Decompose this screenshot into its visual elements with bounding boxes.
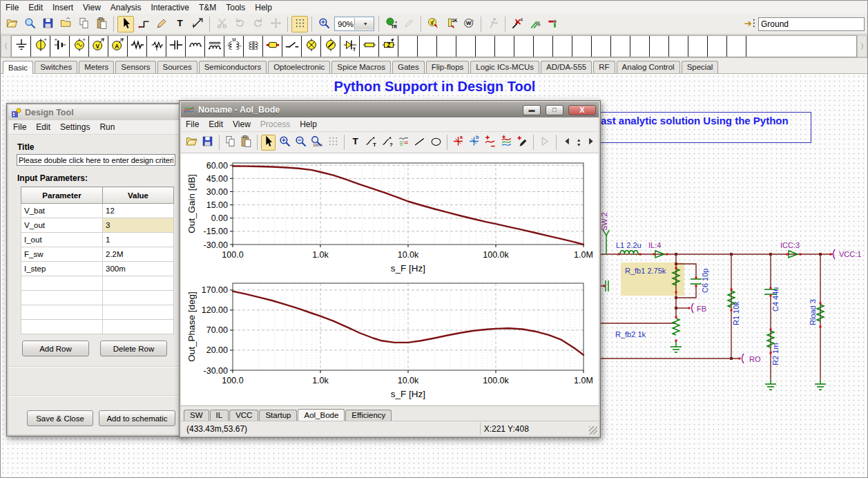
param-cell[interactable]: V_bat	[21, 204, 103, 218]
param-cell[interactable]: I_out	[21, 233, 103, 247]
pen-button[interactable]	[153, 16, 170, 32]
scroll-left-icon[interactable]: 〈	[1, 35, 11, 57]
zoom-out-button[interactable]	[293, 135, 308, 151]
bode-tab-sw[interactable]: SW	[184, 410, 209, 421]
component-capacitor-button[interactable]	[166, 36, 186, 57]
menu-edit[interactable]: Edit	[23, 2, 48, 13]
value-cell[interactable]	[103, 320, 174, 334]
phase-bode-plot[interactable]: 170.00120.0070.0020.00-30.00100.01.0k10.…	[184, 278, 593, 402]
search-examples-button[interactable]	[21, 16, 38, 32]
curve-spinner[interactable]: ▲▼	[575, 137, 583, 147]
value-cell[interactable]: 3	[103, 218, 174, 233]
open-folder-button[interactable]	[57, 16, 74, 32]
curve-add-button[interactable]	[483, 135, 497, 151]
menu-tools[interactable]: Tools	[221, 2, 250, 13]
value-cell[interactable]	[103, 305, 174, 320]
component-voltage-source-button[interactable]: +	[31, 36, 50, 57]
param-cell[interactable]: F_sw	[21, 247, 103, 262]
dimension-button[interactable]	[189, 16, 206, 32]
resize-grip[interactable]	[589, 426, 597, 434]
text-button[interactable]: T	[348, 135, 363, 151]
menu-analysis[interactable]: Analysis	[106, 2, 146, 13]
menu-file[interactable]: File	[181, 119, 204, 130]
tab-flip-flops[interactable]: Flip-flops	[426, 61, 470, 73]
text-button[interactable]: T	[171, 16, 188, 32]
jump-to-net-button[interactable]	[741, 16, 758, 32]
minimize-button[interactable]: ▬	[523, 105, 541, 115]
zoom-in-button[interactable]	[316, 16, 332, 32]
component-coupled-inductor-button[interactable]	[205, 36, 224, 57]
param-cell[interactable]: V_out	[21, 218, 103, 233]
tab-special[interactable]: Special	[682, 61, 719, 73]
save-button[interactable]	[200, 135, 215, 151]
add-row-button[interactable]: Add Row	[22, 341, 89, 356]
tab-semiconductors[interactable]: Semiconductors	[199, 61, 267, 73]
pen-add-button[interactable]	[515, 135, 530, 151]
tab-ad-da-555[interactable]: AD/DA-555	[541, 61, 592, 73]
copy-button[interactable]	[223, 135, 238, 151]
tab-analog-control[interactable]: Analog Control	[617, 61, 680, 73]
component-ammeter-button[interactable]: A	[108, 36, 128, 57]
bode-titlebar[interactable]: Noname - Aol_Bode ▬ □ X	[181, 102, 599, 117]
component-ground-button[interactable]	[12, 36, 31, 57]
param-cell[interactable]	[21, 276, 103, 291]
plug-button[interactable]	[545, 16, 561, 32]
cursor-button[interactable]	[261, 135, 276, 151]
voltmeter-button[interactable]: V	[425, 16, 441, 32]
value-cell[interactable]: 1	[103, 233, 174, 247]
menu-interactive[interactable]: Interactive	[146, 2, 194, 13]
tab-basic[interactable]: Basic	[3, 61, 33, 74]
spinner-down-icon[interactable]: ▼	[577, 142, 581, 147]
param-cell[interactable]: I_step	[21, 262, 103, 276]
parameter-column-header[interactable]: Parameter	[21, 187, 103, 204]
menu-edit[interactable]: Edit	[31, 122, 55, 133]
legend-button[interactable]	[396, 135, 411, 151]
component-fuse-button[interactable]	[360, 36, 379, 57]
menu-edit[interactable]: Edit	[204, 119, 228, 130]
zoom-100-button[interactable]: 100%	[309, 135, 324, 151]
menu-file[interactable]: File	[1, 2, 23, 13]
param-cell[interactable]	[21, 291, 103, 305]
tab-rf[interactable]: RF	[593, 61, 615, 73]
tab-spice-macros[interactable]: Spice Macros	[331, 61, 391, 73]
bode-tab-vcc[interactable]: VCC	[229, 410, 258, 421]
cursor-b-button[interactable]: b	[467, 135, 481, 151]
zoom-level-select[interactable]: 90%▼	[334, 17, 374, 31]
signal-analyzer-button[interactable]: 1K	[443, 16, 459, 32]
ellipse-button[interactable]	[428, 135, 443, 151]
component-switch-button[interactable]	[282, 36, 302, 57]
close-button[interactable]: X	[568, 105, 596, 115]
probe-voltage-button[interactable]	[527, 16, 543, 32]
menu-help[interactable]: Help	[250, 2, 277, 13]
spinner-up-icon[interactable]: ▲	[577, 137, 581, 142]
open-file-button[interactable]	[184, 135, 199, 151]
component-inductor-button[interactable]	[186, 36, 205, 57]
value-column-header[interactable]: Value	[103, 187, 174, 204]
probe-q-button[interactable]: ?	[380, 135, 394, 151]
tab-logic-ics-mcus[interactable]: Logic ICs-MCUs	[470, 61, 539, 73]
probe-current-button[interactable]: 4	[509, 16, 525, 32]
menu-view[interactable]: View	[78, 2, 106, 13]
bode-tab-il[interactable]: IL	[210, 410, 229, 421]
component-meter-button[interactable]	[321, 36, 340, 57]
component-transformer-core-button[interactable]	[244, 36, 263, 57]
tab-switches[interactable]: Switches	[35, 61, 77, 73]
component-voltage-generator-button[interactable]: +	[70, 36, 89, 57]
cursor-button[interactable]	[117, 16, 134, 32]
param-cell[interactable]	[21, 305, 103, 320]
menu-file[interactable]: File	[8, 122, 31, 133]
nav-left-button[interactable]	[559, 135, 574, 151]
component-resistor-button[interactable]	[128, 36, 147, 57]
bode-tab-efficiency[interactable]: Efficiency	[345, 410, 392, 421]
component-transformer-button[interactable]: ML₁L₂	[224, 36, 244, 57]
save-button[interactable]	[39, 16, 56, 32]
menu-run[interactable]: Run	[95, 122, 119, 133]
scroll-right-icon[interactable]: 〉	[857, 35, 867, 57]
tab-optoelectronic[interactable]: Optoelectronic	[268, 61, 330, 73]
menu-view[interactable]: View	[228, 119, 255, 130]
tab-meters[interactable]: Meters	[79, 61, 114, 73]
bode-tab-startup[interactable]: Startup	[259, 410, 297, 421]
curve-process-button[interactable]	[499, 135, 514, 151]
menu-settings[interactable]: Settings	[55, 122, 95, 133]
value-cell[interactable]: 2.2M	[103, 247, 174, 262]
